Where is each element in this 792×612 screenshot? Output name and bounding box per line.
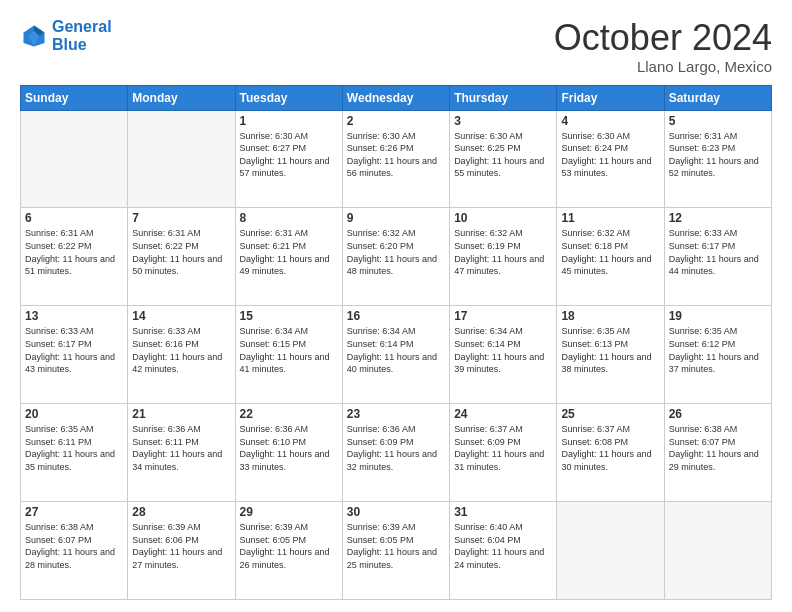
calendar-cell: 13Sunrise: 6:33 AM Sunset: 6:17 PM Dayli… — [21, 306, 128, 404]
calendar-table: SundayMondayTuesdayWednesdayThursdayFrid… — [20, 85, 772, 600]
calendar-cell: 30Sunrise: 6:39 AM Sunset: 6:05 PM Dayli… — [342, 502, 449, 600]
weekday-header-friday: Friday — [557, 85, 664, 110]
calendar-cell: 5Sunrise: 6:31 AM Sunset: 6:23 PM Daylig… — [664, 110, 771, 208]
weekday-row: SundayMondayTuesdayWednesdayThursdayFrid… — [21, 85, 772, 110]
calendar-cell: 12Sunrise: 6:33 AM Sunset: 6:17 PM Dayli… — [664, 208, 771, 306]
day-info: Sunrise: 6:35 AM Sunset: 6:12 PM Dayligh… — [669, 325, 767, 375]
calendar-cell: 26Sunrise: 6:38 AM Sunset: 6:07 PM Dayli… — [664, 404, 771, 502]
weekday-header-saturday: Saturday — [664, 85, 771, 110]
day-number: 28 — [132, 505, 230, 519]
day-info: Sunrise: 6:34 AM Sunset: 6:14 PM Dayligh… — [454, 325, 552, 375]
calendar-cell — [21, 110, 128, 208]
calendar-cell: 25Sunrise: 6:37 AM Sunset: 6:08 PM Dayli… — [557, 404, 664, 502]
day-info: Sunrise: 6:39 AM Sunset: 6:05 PM Dayligh… — [347, 521, 445, 571]
day-number: 6 — [25, 211, 123, 225]
day-info: Sunrise: 6:37 AM Sunset: 6:08 PM Dayligh… — [561, 423, 659, 473]
logo-line1: General — [52, 18, 112, 35]
logo-line2: Blue — [52, 36, 87, 53]
day-number: 14 — [132, 309, 230, 323]
week-row-0: 1Sunrise: 6:30 AM Sunset: 6:27 PM Daylig… — [21, 110, 772, 208]
day-number: 2 — [347, 114, 445, 128]
day-info: Sunrise: 6:31 AM Sunset: 6:22 PM Dayligh… — [25, 227, 123, 277]
day-number: 30 — [347, 505, 445, 519]
day-info: Sunrise: 6:38 AM Sunset: 6:07 PM Dayligh… — [25, 521, 123, 571]
calendar-body: 1Sunrise: 6:30 AM Sunset: 6:27 PM Daylig… — [21, 110, 772, 599]
week-row-2: 13Sunrise: 6:33 AM Sunset: 6:17 PM Dayli… — [21, 306, 772, 404]
day-info: Sunrise: 6:35 AM Sunset: 6:11 PM Dayligh… — [25, 423, 123, 473]
calendar-cell: 23Sunrise: 6:36 AM Sunset: 6:09 PM Dayli… — [342, 404, 449, 502]
day-info: Sunrise: 6:30 AM Sunset: 6:25 PM Dayligh… — [454, 130, 552, 180]
day-number: 23 — [347, 407, 445, 421]
logo-text: General Blue — [52, 18, 112, 53]
day-info: Sunrise: 6:31 AM Sunset: 6:23 PM Dayligh… — [669, 130, 767, 180]
day-number: 8 — [240, 211, 338, 225]
day-number: 3 — [454, 114, 552, 128]
day-info: Sunrise: 6:37 AM Sunset: 6:09 PM Dayligh… — [454, 423, 552, 473]
day-info: Sunrise: 6:34 AM Sunset: 6:14 PM Dayligh… — [347, 325, 445, 375]
day-number: 1 — [240, 114, 338, 128]
day-info: Sunrise: 6:35 AM Sunset: 6:13 PM Dayligh… — [561, 325, 659, 375]
day-info: Sunrise: 6:32 AM Sunset: 6:19 PM Dayligh… — [454, 227, 552, 277]
day-info: Sunrise: 6:39 AM Sunset: 6:05 PM Dayligh… — [240, 521, 338, 571]
calendar-cell: 9Sunrise: 6:32 AM Sunset: 6:20 PM Daylig… — [342, 208, 449, 306]
calendar-cell: 24Sunrise: 6:37 AM Sunset: 6:09 PM Dayli… — [450, 404, 557, 502]
day-number: 29 — [240, 505, 338, 519]
weekday-header-thursday: Thursday — [450, 85, 557, 110]
day-number: 19 — [669, 309, 767, 323]
calendar-cell: 28Sunrise: 6:39 AM Sunset: 6:06 PM Dayli… — [128, 502, 235, 600]
calendar-cell: 22Sunrise: 6:36 AM Sunset: 6:10 PM Dayli… — [235, 404, 342, 502]
day-info: Sunrise: 6:36 AM Sunset: 6:11 PM Dayligh… — [132, 423, 230, 473]
day-number: 26 — [669, 407, 767, 421]
calendar-header: SundayMondayTuesdayWednesdayThursdayFrid… — [21, 85, 772, 110]
month-title: October 2024 — [554, 18, 772, 58]
weekday-header-sunday: Sunday — [21, 85, 128, 110]
day-number: 24 — [454, 407, 552, 421]
day-info: Sunrise: 6:39 AM Sunset: 6:06 PM Dayligh… — [132, 521, 230, 571]
day-info: Sunrise: 6:30 AM Sunset: 6:27 PM Dayligh… — [240, 130, 338, 180]
day-number: 21 — [132, 407, 230, 421]
day-info: Sunrise: 6:33 AM Sunset: 6:17 PM Dayligh… — [669, 227, 767, 277]
day-number: 15 — [240, 309, 338, 323]
day-info: Sunrise: 6:30 AM Sunset: 6:24 PM Dayligh… — [561, 130, 659, 180]
calendar-cell: 21Sunrise: 6:36 AM Sunset: 6:11 PM Dayli… — [128, 404, 235, 502]
day-number: 11 — [561, 211, 659, 225]
calendar-cell: 17Sunrise: 6:34 AM Sunset: 6:14 PM Dayli… — [450, 306, 557, 404]
calendar-cell: 20Sunrise: 6:35 AM Sunset: 6:11 PM Dayli… — [21, 404, 128, 502]
day-info: Sunrise: 6:30 AM Sunset: 6:26 PM Dayligh… — [347, 130, 445, 180]
day-info: Sunrise: 6:38 AM Sunset: 6:07 PM Dayligh… — [669, 423, 767, 473]
calendar-cell: 7Sunrise: 6:31 AM Sunset: 6:22 PM Daylig… — [128, 208, 235, 306]
page: General Blue October 2024 Llano Largo, M… — [0, 0, 792, 612]
weekday-header-tuesday: Tuesday — [235, 85, 342, 110]
day-number: 16 — [347, 309, 445, 323]
calendar-cell: 29Sunrise: 6:39 AM Sunset: 6:05 PM Dayli… — [235, 502, 342, 600]
day-info: Sunrise: 6:33 AM Sunset: 6:17 PM Dayligh… — [25, 325, 123, 375]
day-number: 22 — [240, 407, 338, 421]
week-row-1: 6Sunrise: 6:31 AM Sunset: 6:22 PM Daylig… — [21, 208, 772, 306]
day-number: 25 — [561, 407, 659, 421]
day-number: 20 — [25, 407, 123, 421]
day-info: Sunrise: 6:32 AM Sunset: 6:18 PM Dayligh… — [561, 227, 659, 277]
day-info: Sunrise: 6:36 AM Sunset: 6:10 PM Dayligh… — [240, 423, 338, 473]
calendar-cell: 27Sunrise: 6:38 AM Sunset: 6:07 PM Dayli… — [21, 502, 128, 600]
calendar-cell: 8Sunrise: 6:31 AM Sunset: 6:21 PM Daylig… — [235, 208, 342, 306]
day-number: 17 — [454, 309, 552, 323]
calendar-cell: 19Sunrise: 6:35 AM Sunset: 6:12 PM Dayli… — [664, 306, 771, 404]
calendar-cell: 14Sunrise: 6:33 AM Sunset: 6:16 PM Dayli… — [128, 306, 235, 404]
location: Llano Largo, Mexico — [554, 58, 772, 75]
logo: General Blue — [20, 18, 112, 53]
day-number: 13 — [25, 309, 123, 323]
day-info: Sunrise: 6:36 AM Sunset: 6:09 PM Dayligh… — [347, 423, 445, 473]
calendar-cell: 15Sunrise: 6:34 AM Sunset: 6:15 PM Dayli… — [235, 306, 342, 404]
day-number: 18 — [561, 309, 659, 323]
day-info: Sunrise: 6:34 AM Sunset: 6:15 PM Dayligh… — [240, 325, 338, 375]
day-number: 5 — [669, 114, 767, 128]
week-row-3: 20Sunrise: 6:35 AM Sunset: 6:11 PM Dayli… — [21, 404, 772, 502]
calendar-cell: 1Sunrise: 6:30 AM Sunset: 6:27 PM Daylig… — [235, 110, 342, 208]
day-number: 10 — [454, 211, 552, 225]
calendar-cell: 4Sunrise: 6:30 AM Sunset: 6:24 PM Daylig… — [557, 110, 664, 208]
calendar-cell: 11Sunrise: 6:32 AM Sunset: 6:18 PM Dayli… — [557, 208, 664, 306]
calendar-cell: 10Sunrise: 6:32 AM Sunset: 6:19 PM Dayli… — [450, 208, 557, 306]
week-row-4: 27Sunrise: 6:38 AM Sunset: 6:07 PM Dayli… — [21, 502, 772, 600]
calendar-cell: 18Sunrise: 6:35 AM Sunset: 6:13 PM Dayli… — [557, 306, 664, 404]
calendar-cell — [557, 502, 664, 600]
